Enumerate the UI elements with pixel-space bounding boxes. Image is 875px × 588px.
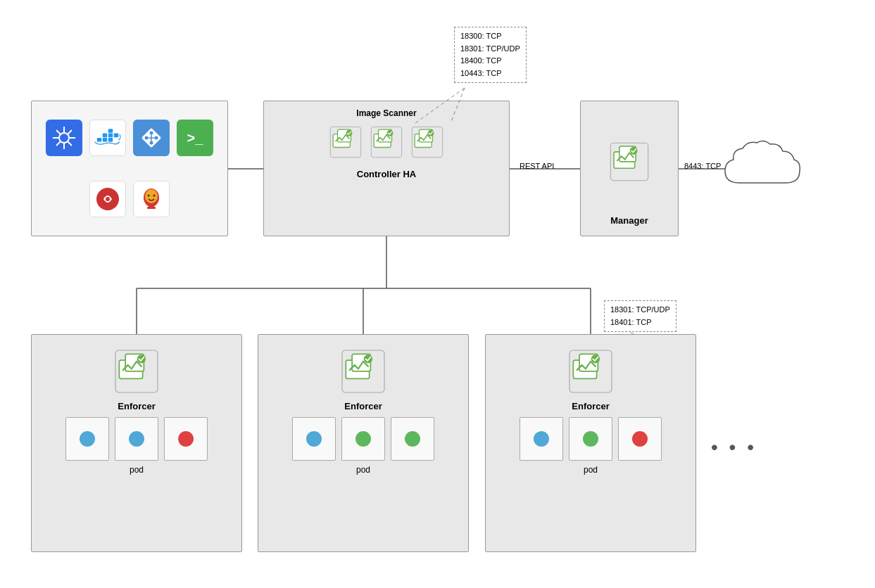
manager-icon <box>607 139 652 184</box>
svg-point-39 <box>148 194 150 196</box>
pod-dot-2-2 <box>355 431 371 447</box>
ellipsis-dots: • • • <box>711 436 757 459</box>
svg-rect-26 <box>114 134 118 138</box>
enforcer-label-2: Enforcer <box>344 401 382 411</box>
pod-3-2 <box>569 417 612 461</box>
enforcer-icon-1 <box>111 346 162 397</box>
pod-label-3: pod <box>584 465 598 475</box>
enforcer-label-1: Enforcer <box>118 401 155 411</box>
pod-row-2 <box>292 417 434 461</box>
port-line-1: 18300: TCP <box>460 30 520 43</box>
port-bottom-line-2: 18401: TCP <box>610 317 670 329</box>
docker-icon <box>89 120 126 156</box>
svg-point-40 <box>153 194 156 196</box>
svg-rect-24 <box>103 134 107 138</box>
port-label-top: 18300: TCP 18301: TCP/UDP 18400: TCP 104… <box>454 27 527 83</box>
rest-api-label: REST API <box>520 162 554 170</box>
kubernetes-icon <box>46 120 82 156</box>
enforcer-box-3: Enforcer pod <box>485 334 696 552</box>
svg-rect-42 <box>147 207 156 209</box>
pod-dot-1-1 <box>80 431 95 447</box>
controller-icons <box>327 124 446 160</box>
controller-icon-1 <box>327 124 364 160</box>
pod-label-2: pod <box>356 465 370 475</box>
svg-point-32 <box>155 136 158 140</box>
pod-1-1 <box>65 417 109 461</box>
jenkins-icon <box>133 181 170 217</box>
port-line-4: 10443: TCP <box>460 68 520 80</box>
svg-rect-21 <box>97 138 101 142</box>
pod-2-1 <box>292 417 336 461</box>
pod-3-3 <box>618 417 662 461</box>
pod-dot-3-3 <box>632 431 648 447</box>
pod-dot-1-3 <box>178 431 194 447</box>
pod-3-1 <box>520 417 563 461</box>
svg-point-30 <box>150 141 153 145</box>
controller-box: Image Scanner <box>263 101 510 236</box>
pod-row-3 <box>520 417 662 461</box>
pod-dot-2-1 <box>306 431 322 447</box>
git-icon <box>133 120 170 156</box>
port-line-3: 18400: TCP <box>460 55 520 68</box>
pod-dot-2-3 <box>405 431 420 447</box>
controller-ha-label: Controller HA <box>357 169 417 179</box>
pod-2-2 <box>341 417 385 461</box>
pod-dot-3-2 <box>583 431 598 447</box>
enforcer-box-2: Enforcer pod <box>258 334 469 552</box>
manager-label: Manager <box>610 215 648 226</box>
enforcer-box-1: Enforcer pod <box>31 334 242 552</box>
pod-1-2 <box>115 417 158 461</box>
enforcer-icon-3 <box>565 346 616 397</box>
svg-rect-22 <box>103 138 107 142</box>
pod-2-3 <box>391 417 434 461</box>
pod-row-1 <box>65 417 208 461</box>
tcp-8443-label: 8443: TCP <box>684 162 721 170</box>
cloud-shape <box>718 137 802 196</box>
terminal-icon: >_ <box>177 120 213 156</box>
svg-point-29 <box>150 132 153 135</box>
pod-dot-3-1 <box>534 431 549 447</box>
svg-point-36 <box>106 197 110 201</box>
pod-dot-1-2 <box>129 431 144 447</box>
controller-icon-3 <box>409 124 446 160</box>
svg-rect-27 <box>108 129 113 133</box>
port-label-bottom: 18301: TCP/UDP 18401: TCP <box>604 300 676 332</box>
svg-point-31 <box>145 136 149 140</box>
pod-label-1: pod <box>130 465 144 475</box>
webhook-icon <box>89 181 126 217</box>
manager-box: Manager <box>580 101 679 236</box>
svg-rect-23 <box>108 138 113 142</box>
diagram-container: 18300: TCP 18301: TCP/UDP 18400: TCP 104… <box>0 0 875 588</box>
enforcer-label-3: Enforcer <box>572 401 609 411</box>
port-line-2: 18301: TCP/UDP <box>460 43 520 56</box>
image-scanner-label: Image Scanner <box>356 108 416 118</box>
pod-1-3 <box>164 417 208 461</box>
svg-point-38 <box>145 189 158 203</box>
enforcer-icon-2 <box>338 346 389 397</box>
svg-rect-25 <box>108 134 113 138</box>
port-bottom-line-1: 18301: TCP/UDP <box>610 304 670 317</box>
workloads-box: >_ <box>31 101 228 236</box>
controller-icon-2 <box>368 124 405 160</box>
